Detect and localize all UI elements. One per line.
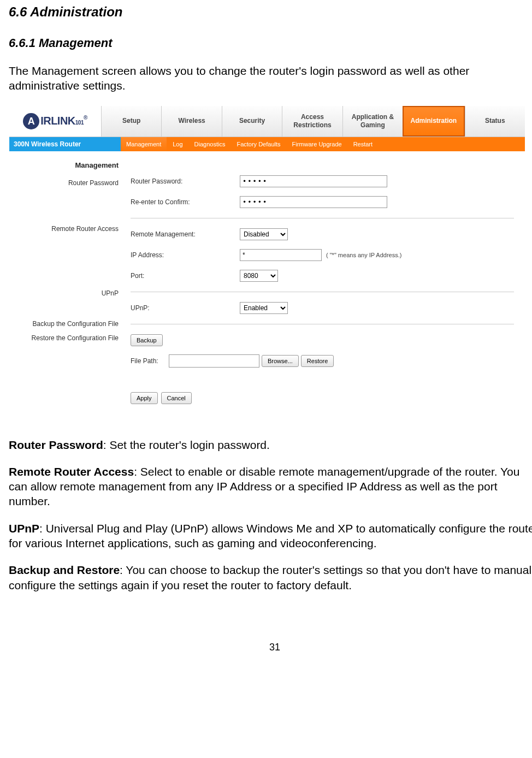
apply-button[interactable]: Apply bbox=[131, 392, 158, 404]
heading-section: 6.6 Administration bbox=[9, 4, 532, 20]
subtab-log[interactable]: Log bbox=[167, 137, 188, 151]
divider-line bbox=[131, 292, 514, 292]
divider-line bbox=[131, 324, 514, 324]
select-upnp[interactable]: Enabled bbox=[240, 302, 288, 314]
desc-router-password-head: Router Password bbox=[9, 439, 103, 451]
row-ip-address: IP Address: ( "*" means any IP Address.) bbox=[131, 245, 514, 265]
input-ip-address[interactable] bbox=[240, 249, 322, 261]
desc-upnp: UPnP: Universal Plug and Play (UPnP) all… bbox=[9, 521, 532, 551]
tab-security[interactable]: Security bbox=[222, 106, 282, 137]
divider-line bbox=[131, 218, 514, 218]
cancel-button[interactable]: Cancel bbox=[161, 392, 192, 404]
side-label-router-password: Router Password bbox=[9, 173, 119, 190]
row-restore: File Path: Browse... Restore bbox=[131, 351, 514, 371]
desc-router-password: Router Password: Set the router's login … bbox=[9, 437, 532, 452]
side-label-remote-access: Remote Router Access bbox=[9, 218, 119, 236]
logo: A IRLINK101® bbox=[9, 106, 101, 137]
row-apply-cancel: Apply Cancel bbox=[131, 387, 514, 406]
note-ip-wildcard: ( "*" means any IP Address.) bbox=[326, 252, 401, 258]
sub-tab-bar: 300N Wireless Router Management Log Diag… bbox=[9, 137, 525, 151]
restore-button[interactable]: Restore bbox=[301, 355, 334, 367]
side-labels: Management Router Password Remote Router… bbox=[9, 151, 125, 415]
subtab-firmware-upgrade[interactable]: Firmware Upgrade bbox=[287, 137, 347, 151]
page-number: 31 bbox=[9, 642, 532, 653]
row-upnp: UPnP: Enabled bbox=[131, 298, 514, 318]
subtab-restart[interactable]: Restart bbox=[348, 137, 378, 151]
tab-administration[interactable]: Administration bbox=[403, 106, 464, 137]
row-reenter-password: Re-enter to Confirm: bbox=[131, 192, 514, 212]
section-title-management: Management bbox=[9, 156, 119, 173]
desc-upnp-head: UPnP bbox=[9, 522, 39, 535]
desc-backup-restore-head: Backup and Restore bbox=[9, 564, 120, 576]
side-label-backup: Backup the Configuration File bbox=[9, 313, 119, 331]
label-upnp: UPnP: bbox=[131, 304, 240, 312]
row-router-password: Router Password: bbox=[131, 171, 514, 192]
desc-remote-access: Remote Router Access: Select to enable o… bbox=[9, 464, 532, 509]
intro-paragraph: The Management screen allows you to chan… bbox=[9, 63, 532, 93]
subtab-management[interactable]: Management bbox=[121, 137, 167, 151]
tab-application-gaming[interactable]: Application & Gaming bbox=[342, 106, 403, 137]
model-label: 300N Wireless Router bbox=[9, 137, 121, 151]
select-remote-management[interactable]: Disabled bbox=[240, 228, 288, 240]
logo-icon: A bbox=[23, 113, 39, 129]
input-file-path[interactable] bbox=[169, 354, 259, 368]
row-remote-management: Remote Management: Disabled bbox=[131, 224, 514, 245]
subtab-factory-defaults[interactable]: Factory Defaults bbox=[231, 137, 286, 151]
router-admin-screenshot: A IRLINK101® Setup Wireless Security Acc… bbox=[9, 105, 525, 416]
label-remote-management: Remote Management: bbox=[131, 230, 240, 238]
side-label-upnp: UPnP bbox=[9, 283, 119, 300]
label-ip-address: IP Address: bbox=[131, 251, 240, 259]
subtab-diagnostics[interactable]: Diagnostics bbox=[189, 137, 231, 151]
label-port: Port: bbox=[131, 272, 240, 280]
backup-button[interactable]: Backup bbox=[131, 334, 163, 346]
desc-remote-access-head: Remote Router Access bbox=[9, 465, 134, 478]
row-port: Port: 8080 bbox=[131, 265, 514, 286]
side-label-restore: Restore the Configuration File bbox=[9, 331, 119, 345]
main-tab-bar: A IRLINK101® Setup Wireless Security Acc… bbox=[9, 106, 525, 137]
label-reenter-password: Re-enter to Confirm: bbox=[131, 198, 240, 206]
browse-button[interactable]: Browse... bbox=[262, 355, 299, 367]
logo-text: IRLINK101® bbox=[40, 115, 87, 127]
tab-setup[interactable]: Setup bbox=[101, 106, 161, 137]
input-reenter-password[interactable] bbox=[240, 196, 387, 208]
tab-wireless[interactable]: Wireless bbox=[161, 106, 221, 137]
label-file-path: File Path: bbox=[131, 357, 169, 365]
tab-access-restrictions[interactable]: Access Restrictions bbox=[282, 106, 342, 137]
label-router-password: Router Password: bbox=[131, 177, 240, 185]
tab-status[interactable]: Status bbox=[465, 106, 525, 137]
input-router-password[interactable] bbox=[240, 175, 387, 187]
row-backup: Backup bbox=[131, 330, 514, 351]
desc-backup-restore: Backup and Restore: You can choose to ba… bbox=[9, 562, 532, 593]
select-port[interactable]: 8080 bbox=[240, 270, 278, 282]
content-area: Management Router Password Remote Router… bbox=[9, 151, 525, 415]
main-form: Router Password: Re-enter to Confirm: Re… bbox=[125, 151, 525, 415]
heading-subsection: 6.6.1 Management bbox=[9, 36, 532, 50]
